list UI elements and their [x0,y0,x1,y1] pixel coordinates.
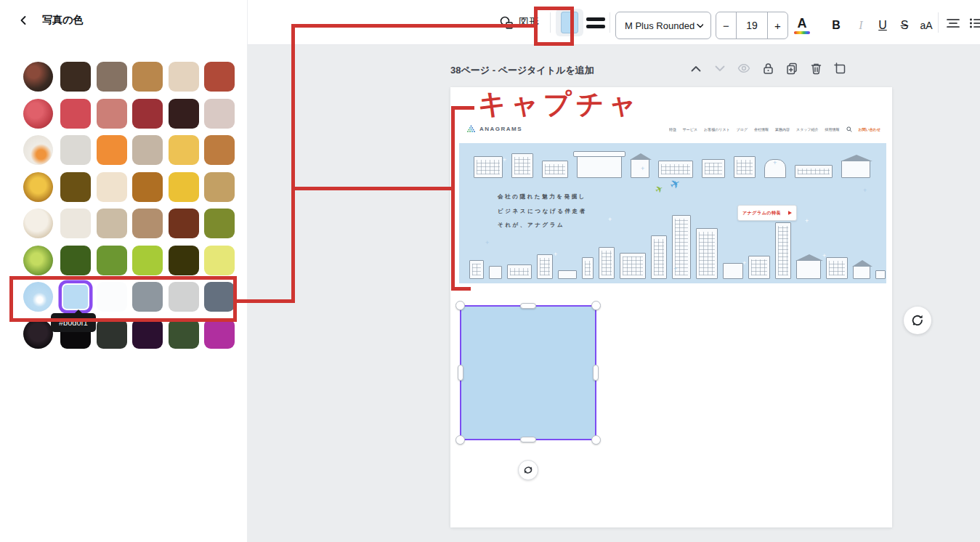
resize-handle-bottom[interactable] [520,437,536,442]
photo-thumbnail-red-fruits-photo[interactable] [23,99,53,129]
color-swatch[interactable] [60,99,91,129]
color-swatch[interactable] [169,62,199,92]
resize-handle-top-right[interactable] [591,301,601,310]
color-swatch[interactable] [60,62,91,92]
resize-handle-top-left[interactable] [455,301,465,310]
canvas-area: 38ページ - ページタイトルを追加 [247,45,980,542]
lock-page-button[interactable] [761,61,775,76]
color-swatch[interactable] [97,209,127,238]
color-swatch[interactable] [204,209,235,238]
page-controls [689,61,847,76]
resize-handle-bottom-left[interactable] [455,435,465,445]
color-swatch[interactable] [169,135,199,165]
swatch-row [23,172,235,202]
color-swatch[interactable] [132,209,163,238]
color-swatch[interactable] [60,282,91,312]
photo-thumbnail-food-dark-photo[interactable] [23,62,53,92]
add-page-button[interactable] [833,61,847,76]
color-swatch[interactable] [97,135,127,165]
color-swatch[interactable] [97,99,127,129]
sparkle-decoration: + [773,159,777,166]
text-color-button[interactable]: A [785,11,819,40]
color-swatch[interactable] [132,246,163,275]
building-roof [841,155,872,161]
resize-handle-left[interactable] [458,365,463,381]
website-nav-item: サービス [683,127,697,132]
color-swatch[interactable] [204,246,235,275]
font-family-select[interactable]: M Plus Rounded ... [615,12,711,39]
photo-thumbnail-beer-amber-photo[interactable] [23,172,53,202]
page-title[interactable]: 38ページ - ページタイトルを追加 [450,64,594,77]
color-swatch[interactable] [60,209,91,238]
color-swatch[interactable] [132,62,163,92]
color-swatch[interactable] [60,172,91,202]
duplicate-page-button[interactable] [785,61,799,76]
website-nav-item: 特徴 [669,127,676,132]
resize-handle-top[interactable] [520,303,536,309]
underline-button[interactable]: U [871,11,894,40]
color-swatch[interactable] [204,99,235,129]
hide-page-button[interactable] [737,61,751,76]
photo-thumbnail-white-orange-photo[interactable] [23,135,53,165]
color-swatch[interactable] [97,319,127,349]
rotate-handle-button[interactable] [518,460,538,480]
color-swatch[interactable] [169,209,199,238]
resize-handle-bottom-right[interactable] [591,435,601,445]
building-illustration [734,156,756,178]
color-swatch[interactable] [204,172,235,202]
toolbar-divider [610,12,610,33]
captured-website-image[interactable]: ANAGRAMS 特徴サービスお客様のリストブログ会社情報業務内容スタッフ紹介採… [459,115,886,283]
color-swatch[interactable] [169,99,199,129]
text-case-button[interactable]: aA [915,11,938,40]
bullet-list-button[interactable] [967,15,980,32]
canva-editor: 写真の色 #b0d0f1 図形 M Plus Rounded ... [0,0,980,542]
font-size-value[interactable]: 19 [737,12,767,39]
font-size-increase-button[interactable]: + [767,12,787,39]
shape-button[interactable]: 図形 [499,13,539,32]
color-swatch[interactable] [132,172,163,202]
color-swatch[interactable] [132,135,163,165]
move-page-down-button[interactable] [713,61,727,76]
color-swatch[interactable] [169,319,199,349]
resize-handle-right[interactable] [593,365,599,381]
building-illustration [542,161,568,178]
color-swatch[interactable] [204,135,235,165]
color-swatch[interactable] [204,282,235,312]
color-swatch[interactable] [132,319,163,349]
fill-color-button[interactable] [556,9,583,36]
font-size-decrease-button[interactable]: − [716,12,737,39]
design-page[interactable]: ANAGRAMS 特徴サービスお客様のリストブログ会社情報業務内容スタッフ紹介採… [450,87,892,527]
color-swatch[interactable] [60,246,91,275]
color-swatch[interactable] [169,246,199,275]
text-align-button[interactable] [944,15,963,32]
color-swatch[interactable] [204,62,235,92]
photo-thumbnail-green-grapes-photo[interactable] [23,246,53,275]
move-page-up-button[interactable] [689,61,703,76]
color-swatch[interactable] [169,172,199,202]
photo-thumbnail-beige-bowl-photo[interactable] [23,209,53,238]
back-button[interactable] [15,12,32,29]
color-swatch[interactable] [132,282,163,312]
strikethrough-button[interactable]: S [893,11,916,40]
photo-thumbnail-blue-illustration-photo[interactable] [23,282,53,312]
website-nav-items: 特徴サービスお客様のリストブログ会社情報業務内容スタッフ紹介採用情報 [669,127,840,132]
color-swatch[interactable] [97,246,127,275]
color-swatch[interactable] [132,99,163,129]
bold-button[interactable]: B [825,11,848,40]
panel-title: 写真の色 [42,14,83,27]
border-style-button[interactable] [585,17,607,28]
color-swatch-grid [23,62,235,355]
italic-button[interactable]: I [849,11,872,40]
photo-thumbnail-black-photo[interactable] [23,319,53,349]
color-swatch[interactable] [97,282,127,312]
color-swatch[interactable] [97,172,127,202]
color-swatch[interactable] [169,282,199,312]
bullet-list-icon [969,17,980,29]
color-swatch[interactable] [204,319,235,349]
selected-square-element[interactable] [460,305,596,440]
shuffle-refresh-button[interactable] [904,307,931,334]
color-swatch[interactable] [60,135,91,165]
delete-page-button[interactable] [809,61,823,76]
color-swatch[interactable] [97,62,127,92]
chevron-down-icon [697,23,703,28]
